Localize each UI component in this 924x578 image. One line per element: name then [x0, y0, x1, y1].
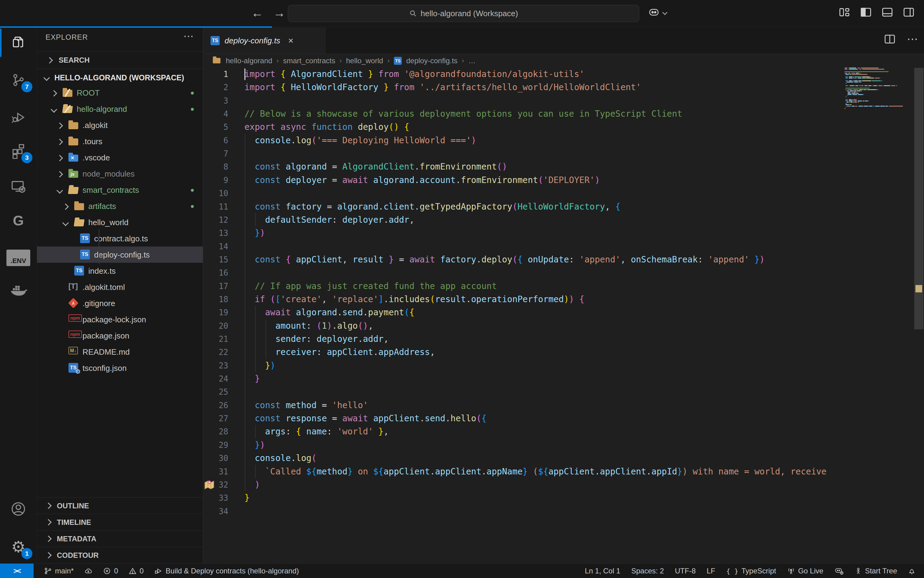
line-number[interactable]: 7 [203, 147, 228, 161]
code-line[interactable]: 31 `Called ${method} on ${appClient.appC… [203, 465, 924, 478]
status-build-deploy-contracts-hello-algorand-[interactable]: Build & Deploy contracts (hello-algorand… [154, 567, 299, 575]
line-number[interactable]: 23 [203, 359, 228, 372]
line-number[interactable]: 26 [203, 399, 228, 412]
code-editor[interactable]: 1import { AlgorandClient } from '@algora… [203, 68, 924, 552]
line-number[interactable]: 13 [203, 226, 228, 240]
status-copilot[interactable] [835, 567, 844, 575]
line-number[interactable]: 11 [203, 200, 228, 214]
code-line[interactable]: 18 if (['create', 'replace'].includes(re… [203, 293, 924, 306]
activity-dotenv[interactable]: .ENV [0, 243, 37, 273]
line-number[interactable]: 18 [203, 293, 228, 306]
status-spaces-2[interactable]: Spaces: 2 [631, 567, 664, 575]
tree-item--vscode[interactable]: ✕.vscode [37, 149, 203, 166]
activity-remote-explorer[interactable] [0, 172, 37, 201]
status-utf-8[interactable]: UTF-8 [675, 567, 696, 575]
line-number[interactable]: 19 [203, 306, 228, 319]
tree-item-hello-world[interactable]: hello_world [37, 214, 203, 231]
command-center-search[interactable]: hello-algorand (Workspace) [288, 5, 639, 22]
line-number[interactable]: 14 [203, 240, 228, 253]
line-number[interactable]: 31 [203, 465, 228, 478]
status-bell[interactable] [908, 567, 916, 575]
toggle-primary-sidebar-icon[interactable] [860, 6, 872, 18]
line-number[interactable]: 4 [203, 107, 228, 121]
activity-gitlens[interactable]: G [0, 206, 37, 235]
line-number[interactable]: 5 [203, 120, 228, 134]
line-number[interactable]: 29 [203, 438, 228, 452]
code-line[interactable]: 32 ) [203, 478, 924, 492]
breadcrumb-item[interactable]: hello_world [346, 57, 383, 65]
code-line[interactable]: 21 sender: deployer.addr, [203, 332, 924, 346]
line-number[interactable]: 1 [203, 68, 228, 81]
activity-extensions[interactable]: 3 [0, 136, 37, 166]
tab-deploy-config[interactable]: TS deploy-config.ts × [203, 28, 325, 54]
activity-source-control[interactable]: 7 [0, 65, 37, 95]
status-go-live[interactable]: Go Live [787, 567, 823, 575]
breadcrumb-item[interactable]: hello-algorand [226, 57, 272, 65]
line-number[interactable]: 12 [203, 213, 228, 227]
activity-docker[interactable] [0, 276, 37, 305]
tab-close-icon[interactable]: × [288, 36, 294, 46]
code-line[interactable]: 17 // If app was just created fund the a… [203, 279, 924, 293]
codetour-map-icon[interactable] [204, 479, 215, 490]
line-number[interactable]: 15 [203, 253, 228, 266]
line-number[interactable]: 22 [203, 346, 228, 359]
activity-run-debug[interactable] [0, 103, 37, 132]
section-workspace[interactable]: HELLO-ALGORAND (WORKSPACE) [37, 69, 203, 86]
status-0[interactable]: 0 [103, 567, 118, 575]
line-number[interactable]: 34 [203, 505, 228, 518]
tree-item-package-lock-json[interactable]: npmpackage-lock.json [37, 311, 203, 328]
editor-more-actions-icon[interactable]: ⋯ [907, 36, 918, 42]
status-cloud[interactable] [84, 567, 93, 575]
activity-account[interactable] [0, 494, 37, 524]
code-line[interactable]: 27 const response = await appClient.send… [203, 412, 924, 425]
tree-item-root[interactable]: ROOT● [37, 84, 203, 101]
line-number[interactable]: 33 [203, 491, 228, 505]
remote-indicator[interactable]: >< [0, 563, 34, 578]
line-number[interactable]: 24 [203, 372, 228, 386]
tree-item--tours[interactable]: .tours [37, 133, 203, 149]
line-number[interactable]: 8 [203, 160, 228, 174]
split-editor-icon[interactable] [883, 33, 896, 45]
code-line[interactable]: 24 } [203, 372, 924, 386]
code-line[interactable]: 3 [203, 94, 924, 107]
code-line[interactable]: 28 args: { name: 'world' }, [203, 425, 924, 438]
status-typescript[interactable]: { }TypeScript [726, 567, 776, 575]
section-outline[interactable]: OUTLINE [37, 497, 203, 514]
breadcrumb-item[interactable]: … [468, 57, 476, 65]
code-line[interactable]: 9 const deployer = await algorand.accoun… [203, 174, 924, 187]
explorer-more-actions[interactable]: ⋯ [184, 30, 194, 42]
code-line[interactable]: 5export async function deploy() { [203, 120, 924, 134]
code-line[interactable]: 22 receiver: appClient.appAddress, [203, 346, 924, 359]
activity-settings[interactable]: ⚙ 1 [0, 532, 37, 562]
code-line[interactable]: 33} [203, 491, 924, 505]
code-line[interactable]: 1import { AlgorandClient } from '@algora… [203, 68, 924, 81]
line-number[interactable]: 3 [203, 94, 228, 107]
code-line[interactable]: 19 await algorand.send.payment({ [203, 306, 924, 319]
breadcrumb-item[interactable]: smart_contracts [283, 57, 335, 65]
breadcrumb-item[interactable]: deploy-config.ts [406, 57, 458, 65]
code-line[interactable]: 14 [203, 240, 924, 253]
customize-layout-icon[interactable] [838, 6, 851, 18]
tree-item-artifacts[interactable]: artifacts● [37, 198, 203, 214]
code-line[interactable]: 15 const { appClient, result } = await f… [203, 253, 924, 266]
code-line[interactable]: 29 }) [203, 438, 924, 452]
code-line[interactable]: 2import { HelloWorldFactory } from '../a… [203, 81, 924, 94]
status-lf[interactable]: LF [707, 567, 715, 575]
tree-item--gitignore[interactable]: Y.gitignore [37, 295, 203, 311]
tree-item-node-modules[interactable]: jsnode_modules [37, 166, 203, 182]
minimap[interactable] [842, 68, 914, 552]
toggle-panel-icon[interactable] [881, 6, 893, 18]
line-number[interactable]: 25 [203, 385, 228, 399]
code-line[interactable]: 8 const algorand = AlgorandClient.fromEn… [203, 160, 924, 174]
line-number[interactable]: 10 [203, 187, 228, 200]
tree-item-index-ts[interactable]: TSindex.ts [37, 263, 203, 279]
code-line[interactable]: 30 console.log( [203, 451, 924, 465]
code-line[interactable]: 11 const factory = algorand.client.getTy… [203, 200, 924, 214]
code-line[interactable]: 12 defaultSender: deployer.addr, [203, 213, 924, 227]
code-line[interactable]: 23 }) [203, 359, 924, 372]
copilot-button[interactable] [647, 7, 667, 18]
status-start-tree[interactable]: Start Tree [855, 567, 897, 575]
tree-item-contract-algo-ts[interactable]: TScontract.algo.ts [37, 231, 203, 247]
activity-explorer[interactable] [0, 28, 37, 57]
line-number[interactable]: 6 [203, 134, 228, 147]
